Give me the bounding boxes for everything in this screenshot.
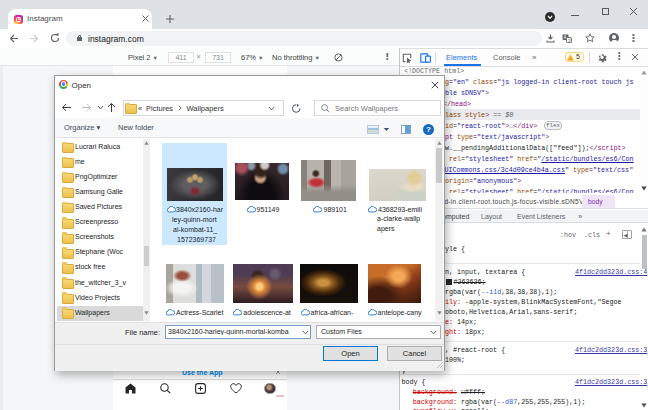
svg-text:文: 文 — [568, 37, 572, 42]
